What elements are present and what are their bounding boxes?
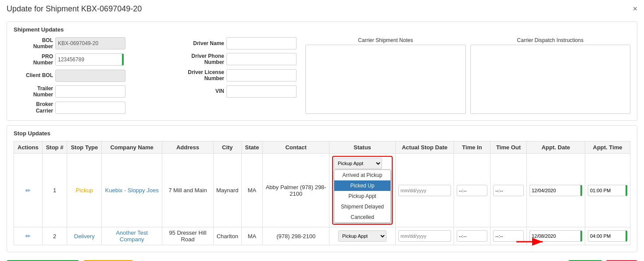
carrier-dispatch-textarea[interactable]: [470, 45, 631, 114]
row2-city: Charlton: [214, 227, 242, 245]
driver-name-input[interactable]: [226, 37, 297, 49]
col-company: Company Name: [102, 141, 162, 154]
broker-input[interactable]: [55, 102, 125, 114]
row2-time-in-input[interactable]: [457, 230, 487, 242]
status-select-row2[interactable]: Pickup Appt Arrived at Pickup Picked Up …: [338, 230, 386, 242]
row1-time-in-input[interactable]: [457, 185, 487, 196]
pro-label: PRONumber: [14, 53, 53, 66]
row2-state: MA: [241, 227, 263, 245]
row2-contact: (978) 298-2100: [263, 227, 329, 245]
row1-time-in: [454, 154, 490, 227]
col-appt-time: Appt. Time: [585, 141, 630, 154]
carrier-dispatch-label: Carrier Dispatch Instructions: [470, 37, 631, 43]
row2-appt-time-input[interactable]: [588, 230, 627, 242]
form-middle: Driver Name Driver PhoneNumber Driver Li…: [176, 37, 297, 114]
status-highlight-box: Pickup Appt Arrived at Pickup Picked Up …: [332, 156, 393, 225]
status-select-row: Pickup Appt Arrived at Pickup Picked Up …: [334, 158, 391, 169]
row2-stop-type: Delivery: [67, 227, 102, 245]
row1-address: 7 Mill and Main: [162, 154, 213, 227]
row2-actions: ✏: [14, 227, 43, 245]
table-row: ✏ 1 Pickup Kuebix - Sloppy Joes 7 Mill a…: [14, 154, 630, 227]
carrier-notes-textarea[interactable]: [305, 45, 466, 114]
col-appt-date: Appt. Date: [526, 141, 585, 154]
carrier-dispatch-area: Carrier Dispatch Instructions: [470, 37, 631, 114]
row2-stop-num: 2: [42, 227, 67, 245]
stop-table: Actions Stop # Stop Type Company Name Ad…: [14, 141, 630, 245]
footer: ⬆ Upload Attachments View Tracking Updat…: [7, 257, 637, 261]
driver-license-label: Driver LicenseNumber: [176, 69, 224, 82]
carrier-notes-area: Carrier Shipment Notes: [305, 37, 466, 114]
dropdown-option-delayed[interactable]: Shipment Delayed: [334, 201, 390, 212]
row1-actual-date: [395, 154, 454, 227]
trailer-input[interactable]: [55, 85, 125, 98]
client-bol-input: [55, 70, 125, 82]
col-city: City: [214, 141, 242, 154]
shipment-section-title: Shipment Updates: [14, 26, 630, 33]
row1-time-out-input[interactable]: [493, 185, 524, 196]
dropdown-option-pickup-appt[interactable]: Pickup Appt: [334, 191, 390, 201]
vin-input[interactable]: [226, 85, 297, 98]
row1-stop-num: 1: [42, 154, 67, 227]
row1-contact: Abby Palmer (978) 298-2100: [263, 154, 329, 227]
dropdown-option-cancelled[interactable]: Cancelled: [334, 212, 390, 222]
driver-name-row: Driver Name: [176, 37, 297, 49]
row2-status-cell: Pickup Appt Arrived at Pickup Picked Up …: [329, 227, 395, 245]
row1-state: MA: [241, 154, 263, 227]
trailer-label: TrailerNumber: [14, 85, 53, 98]
row2-date-input[interactable]: [398, 230, 451, 242]
broker-label: BrokerCarrier: [14, 101, 53, 114]
col-state: State: [241, 141, 263, 154]
row2-appt-time: [585, 227, 630, 245]
shipment-updates-section: Shipment Updates BOLNumber PRONumber Cli…: [7, 21, 637, 121]
status-dropdown-list: Arrived at Pickup Picked Up Pickup Appt …: [334, 169, 391, 223]
row2-actual-date: [395, 227, 454, 245]
row1-actions: ✏: [14, 154, 43, 227]
driver-license-input[interactable]: [226, 69, 297, 81]
vin-label: VIN: [176, 88, 224, 94]
table-header-row: Actions Stop # Stop Type Company Name Ad…: [14, 141, 630, 154]
col-status: Status: [329, 141, 395, 154]
row2-time-in: [454, 227, 490, 245]
row1-date-input[interactable]: [398, 185, 451, 196]
modal-title: Update for Shipment KBX-0697049-20: [7, 4, 142, 14]
row1-appt-date-input[interactable]: [530, 185, 582, 196]
row1-city: Maynard: [214, 154, 242, 227]
vin-row: VIN: [176, 85, 297, 98]
col-stop-type: Stop Type: [67, 141, 102, 154]
edit-icon[interactable]: ✏: [25, 233, 31, 240]
pro-input[interactable]: [55, 53, 124, 66]
close-button[interactable]: ×: [633, 4, 637, 14]
bol-label: BOLNumber: [14, 37, 53, 50]
edit-icon[interactable]: ✏: [25, 187, 31, 194]
pro-row: PRONumber: [14, 53, 167, 66]
status-select-row1[interactable]: Pickup Appt Arrived at Pickup Picked Up …: [334, 158, 382, 169]
modal: Update for Shipment KBX-0697049-20 × Shi…: [0, 0, 644, 261]
shipment-form-grid: BOLNumber PRONumber Client BOL TrailerNu…: [14, 37, 630, 114]
broker-row: BrokerCarrier: [14, 101, 167, 114]
driver-phone-input[interactable]: [226, 53, 297, 65]
dropdown-option-arrived[interactable]: Arrived at Pickup: [334, 170, 390, 180]
col-actual-date: Actual Stop Date: [395, 141, 454, 154]
col-stop: Stop #: [42, 141, 67, 154]
row1-appt-time: [585, 154, 630, 227]
col-contact: Contact: [263, 141, 329, 154]
col-time-out: Time Out: [490, 141, 526, 154]
dropdown-option-picked-up[interactable]: Picked Up: [334, 180, 390, 191]
row1-status-cell: Pickup Appt Arrived at Pickup Picked Up …: [329, 154, 395, 227]
driver-phone-row: Driver PhoneNumber: [176, 53, 297, 66]
row1-time-out: [490, 154, 526, 227]
trailer-row: TrailerNumber: [14, 85, 167, 98]
bol-input: [55, 37, 125, 49]
stop-table-wrapper: Actions Stop # Stop Type Company Name Ad…: [14, 141, 630, 245]
row2-address: 95 Dresser Hill Road: [162, 227, 213, 245]
row1-stop-type: Pickup: [67, 154, 102, 227]
row1-appt-time-input[interactable]: [588, 185, 627, 196]
bol-row: BOLNumber: [14, 37, 167, 50]
col-time-in: Time In: [454, 141, 490, 154]
stop-updates-section: Stop Updates Actions Stop # Stop Type Co…: [7, 125, 637, 252]
row1-company: Kuebix - Sloppy Joes: [102, 154, 162, 227]
form-left: BOLNumber PRONumber Client BOL TrailerNu…: [14, 37, 167, 114]
driver-license-row: Driver LicenseNumber: [176, 69, 297, 82]
red-arrow: [516, 235, 547, 250]
driver-phone-label: Driver PhoneNumber: [176, 53, 224, 66]
